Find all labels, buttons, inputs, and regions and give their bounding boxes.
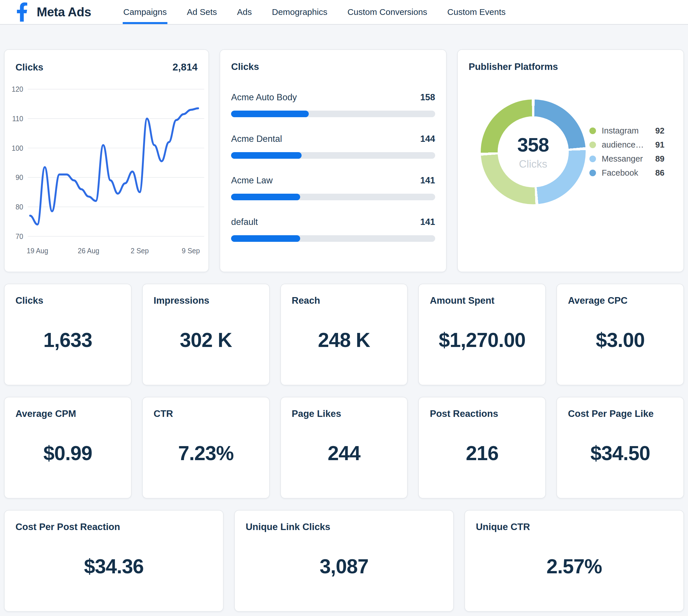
kpi-row-3: Cost Per Post Reaction $34.36Unique Link… [4, 510, 684, 612]
kpi-value: $34.36 [84, 555, 144, 578]
clicks-line-chart: 70809010011012019 Aug26 Aug2 Sep9 Sep [5, 50, 209, 271]
tab-custom-events[interactable]: Custom Events [447, 0, 506, 24]
svg-text:110: 110 [12, 114, 23, 123]
bar-row-acme-auto-body: Acme Auto Body 158 [231, 92, 435, 117]
brand: Meta Ads [16, 0, 91, 24]
chart-total-value: 2,814 [173, 61, 198, 73]
legend-value: 89 [655, 154, 665, 163]
bar-fill [231, 235, 300, 242]
tab-custom-conversions[interactable]: Custom Conversions [347, 0, 428, 24]
charts-row: Clicks 2,814 70809010011012019 Aug26 Aug… [4, 49, 684, 272]
kpi-card-cost-per-page-like: Cost Per Page Like $34.50 [556, 397, 684, 499]
publisher-platforms-card: Publisher Platforms 358 Clicks Instagram… [457, 49, 684, 272]
kpi-card-unique-ctr: Unique CTR 2.57% [465, 510, 684, 612]
svg-text:100: 100 [12, 144, 23, 152]
kpi-value: $1,270.00 [439, 329, 525, 352]
tab-ads[interactable]: Ads [236, 0, 253, 24]
bar-label: Acme Dental [231, 134, 282, 144]
kpi-card-cost-per-post-reaction: Cost Per Post Reaction $34.36 [4, 510, 223, 612]
kpi-value: 302 K [180, 329, 232, 352]
kpi-card-clicks: Clicks 1,633 [4, 284, 132, 386]
card-title: Clicks [231, 61, 435, 72]
kpi-label: Average CPM [16, 408, 120, 419]
bar-row-acme-law: Acme Law 141 [231, 175, 435, 200]
app-title: Meta Ads [37, 5, 91, 19]
kpi-value: 2.57% [546, 555, 602, 578]
legend-item-instagram: Instagram 92 [589, 126, 665, 135]
bar-track [231, 194, 435, 200]
chart-header: Clicks 2,814 [16, 61, 197, 73]
tab-bar: CampaignsAd SetsAdsDemographicsCustom Co… [123, 0, 506, 24]
kpi-card-reach: Reach 248 K [280, 284, 408, 386]
kpi-value: 7.23% [178, 442, 233, 465]
tab-ad-sets[interactable]: Ad Sets [186, 0, 218, 24]
bar-track [231, 152, 435, 159]
bar-row-default: default 141 [231, 217, 435, 242]
dashboard: Clicks 2,814 70809010011012019 Aug26 Aug… [0, 49, 688, 612]
kpi-label: Reach [292, 295, 396, 306]
tab-campaigns[interactable]: Campaigns [123, 0, 167, 24]
bar-label: default [231, 217, 258, 227]
bar-fill [231, 152, 302, 159]
kpi-label: Unique CTR [476, 522, 672, 532]
svg-text:70: 70 [16, 232, 23, 240]
kpi-label: Unique Link Clicks [246, 522, 442, 532]
clicks-line-chart-card: Clicks 2,814 70809010011012019 Aug26 Aug… [4, 49, 209, 272]
kpi-card-post-reactions: Post Reactions 216 [418, 397, 546, 499]
tab-demographics[interactable]: Demographics [271, 0, 328, 24]
kpi-value: 248 K [318, 329, 370, 352]
svg-text:80: 80 [16, 202, 23, 211]
kpi-label: Amount Spent [430, 295, 534, 306]
donut-legend: Instagram 92 audience… 91 Messanger 89 F… [589, 126, 665, 178]
legend-label: Instagram [602, 126, 639, 135]
kpi-card-amount-spent: Amount Spent $1,270.00 [418, 284, 546, 386]
svg-text:26 Aug: 26 Aug [78, 247, 99, 255]
kpi-label: Clicks [16, 295, 120, 306]
clicks-bar-list-card: Clicks Acme Auto Body 158 Acme Dental 14… [220, 49, 446, 272]
legend-item-facebook: Facebook 86 [589, 168, 665, 178]
kpi-card-average-cpm: Average CPM $0.99 [4, 397, 132, 499]
svg-text:2 Sep: 2 Sep [131, 247, 149, 255]
kpi-value: 3,087 [320, 555, 368, 578]
legend-dot-icon [589, 156, 596, 162]
publisher-platforms-donut-chart: 358 Clicks [481, 100, 586, 204]
svg-text:120: 120 [12, 85, 23, 93]
bar-label: Acme Auto Body [231, 92, 297, 103]
legend-label: audience… [602, 140, 644, 150]
kpi-card-page-likes: Page Likes 244 [280, 397, 408, 499]
kpi-value: $34.50 [590, 442, 650, 465]
kpi-card-ctr: CTR 7.23% [142, 397, 270, 499]
kpi-label: Page Likes [292, 408, 396, 419]
bar-fill [231, 111, 308, 117]
bar-row-acme-dental: Acme Dental 144 [231, 134, 435, 159]
bar-value: 144 [420, 134, 435, 144]
legend-value: 92 [655, 126, 665, 135]
kpi-value: 1,633 [43, 329, 92, 352]
kpi-card-impressions: Impressions 302 K [142, 284, 270, 386]
legend-item-messanger: Messanger 89 [589, 154, 665, 163]
kpi-value: 216 [466, 442, 498, 465]
donut-wrap: 358 Clicks Instagram 92 audience… 91 Mes… [469, 100, 672, 204]
donut-center: 358 Clicks [498, 116, 569, 188]
kpi-label: Impressions [154, 295, 258, 306]
bar-value: 141 [420, 217, 435, 227]
legend-dot-icon [589, 170, 596, 176]
kpi-label: Average CPC [568, 295, 672, 306]
legend-item-audience: audience… 91 [589, 140, 665, 150]
legend-dot-icon [589, 141, 596, 148]
svg-text:90: 90 [16, 173, 23, 181]
kpi-value: $0.99 [43, 442, 92, 465]
app-header: Meta Ads CampaignsAd SetsAdsDemographics… [0, 0, 688, 25]
svg-text:9 Sep: 9 Sep [182, 247, 200, 255]
kpi-row-2: Average CPM $0.99CTR 7.23%Page Likes 244… [4, 397, 684, 499]
donut-total-label: Clicks [519, 158, 547, 170]
donut-total-value: 358 [517, 133, 549, 156]
kpi-value: 244 [328, 442, 360, 465]
kpi-label: Cost Per Page Like [568, 408, 672, 419]
legend-value: 86 [655, 168, 665, 178]
legend-label: Facebook [602, 168, 638, 178]
kpi-row-1: Clicks 1,633Impressions 302 KReach 248 K… [4, 284, 684, 386]
facebook-logo-icon [16, 2, 28, 22]
kpi-value: $3.00 [596, 329, 645, 352]
kpi-card-unique-link-clicks: Unique Link Clicks 3,087 [234, 510, 454, 612]
